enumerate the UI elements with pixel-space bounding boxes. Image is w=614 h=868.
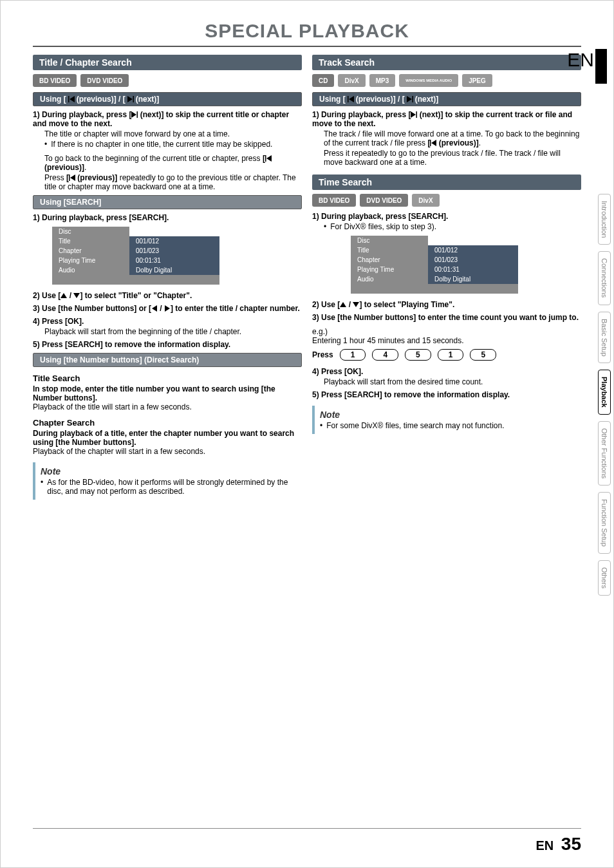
text: Playback of the title will start in a fe…	[33, 402, 302, 411]
prev-track-icon	[348, 96, 354, 102]
text: .	[479, 138, 481, 147]
step: 3) Use [the Number buttons] or [ / ] to …	[33, 304, 302, 313]
prev-track-icon	[68, 96, 75, 102]
text: 3) Use [the Number buttons] to enter the…	[312, 313, 579, 322]
badge-divx: DivX	[412, 194, 439, 207]
tab-others[interactable]: Others	[598, 560, 611, 596]
next-track-icon	[127, 96, 134, 102]
osd-value: 001/012	[428, 245, 518, 256]
subhead-title-search: Title Search	[33, 373, 302, 383]
text: For some DivX® files, time search may no…	[326, 421, 504, 430]
tab-connections[interactable]: Connections	[598, 251, 611, 305]
press-label: Press	[312, 350, 333, 359]
step: 1) During playback, press [SEARCH].	[33, 213, 302, 222]
step: 1) During playback, press [ (next)] to s…	[33, 110, 302, 191]
right-column: Track Search CD DivX MP3 WINDOWS MEDIA A…	[312, 55, 581, 500]
osd-label: Audio	[52, 265, 129, 275]
badge-dvd: DVD VIDEO	[80, 74, 129, 87]
step: 2) Use [ / ] to select "Title" or "Chapt…	[33, 291, 302, 300]
osd-display: Disc Title001/012 Chapter001/023 Playing…	[52, 226, 302, 285]
text: 1) During playback, press [	[312, 110, 411, 119]
badge-wma: WINDOWS MEDIA AUDIO	[399, 74, 458, 87]
note-title: Note	[41, 466, 297, 476]
section-track-search: Track Search	[312, 55, 581, 70]
osd-value: 00:01:31	[428, 265, 518, 274]
text: /	[67, 291, 73, 300]
tab-function-setup[interactable]: Function Setup	[598, 492, 611, 554]
next-track-icon	[131, 111, 138, 118]
osd-label: Playing Time	[52, 256, 129, 265]
osd-value	[129, 227, 219, 236]
osd-label: Disc	[351, 236, 428, 245]
media-badges: BD VIDEO DVD VIDEO	[33, 74, 302, 87]
text-line: To go back to the beginning of the curre…	[44, 154, 302, 172]
bullet: If there is no chapter in one title, the…	[44, 140, 302, 149]
text: /	[346, 300, 353, 309]
tab-playback[interactable]: Playback	[598, 370, 611, 415]
text: (previous)]	[44, 163, 84, 172]
prev-track-icon	[265, 155, 272, 162]
footer-rule	[33, 828, 581, 829]
text: For DivX® files, skip to step 3).	[330, 222, 436, 231]
badge-divx: DivX	[338, 74, 365, 87]
step: 4) Press [OK]. Playback will start from …	[33, 317, 302, 336]
media-badges: BD VIDEO DVD VIDEO DivX	[312, 194, 581, 207]
osd-value: 001/023	[129, 246, 219, 256]
text: Playback will start from the beginning o…	[44, 327, 302, 336]
badge-mp3: MP3	[369, 74, 396, 87]
next-track-icon	[407, 96, 413, 102]
right-icon	[164, 305, 171, 312]
text: (previous)]	[436, 138, 478, 147]
subbar-prev-next: Using [ (previous)] / [ (next)]	[33, 92, 302, 106]
note-bullet: As for the BD-video, how it performs wil…	[41, 478, 297, 496]
down-icon	[353, 301, 359, 308]
number-key: 4	[372, 349, 398, 361]
text: During playback of a title, enter the ch…	[33, 429, 302, 447]
osd-footer	[52, 275, 219, 285]
media-badges: CD DivX MP3 WINDOWS MEDIA AUDIO JPEG	[312, 74, 581, 87]
osd-value: Dolby Digital	[129, 265, 219, 275]
note-box: Note As for the BD-video, how it perform…	[33, 462, 302, 500]
tab-basic-setup[interactable]: Basic Setup	[598, 312, 611, 364]
osd-label: Playing Time	[351, 265, 428, 274]
osd-value: Dolby Digital	[428, 274, 518, 284]
text: (next)]	[415, 95, 439, 104]
text: Playback of the chapter will start in a …	[33, 447, 302, 456]
osd-label: Disc	[52, 227, 129, 236]
text: .	[84, 163, 86, 172]
number-key: 1	[340, 349, 366, 361]
step: 5) Press [SEARCH] to remove the informat…	[312, 390, 581, 399]
section-tabs: Introduction Connections Basic Setup Pla…	[598, 194, 611, 596]
text: To go back to the beginning of the curre…	[44, 154, 263, 163]
text: (next)]	[136, 95, 160, 104]
number-key: 5	[405, 349, 431, 361]
text: (previous)] / [	[356, 95, 405, 104]
text: ] to enter the title / chapter number.	[171, 304, 300, 313]
prev-track-icon	[430, 140, 436, 146]
tab-introduction[interactable]: Introduction	[598, 194, 611, 245]
text: /	[158, 304, 164, 313]
text: 3) Use [the Number buttons] or [	[33, 304, 151, 313]
text: 5) Press [SEARCH] to remove the informat…	[312, 390, 510, 399]
text: ] to select "Title" or "Chapter".	[80, 291, 192, 300]
tab-other-functions[interactable]: Other Functions	[598, 421, 611, 486]
title-rule	[33, 46, 581, 47]
osd-value: 001/012	[129, 236, 219, 247]
note-bullet: For some DivX® files, time search may no…	[320, 421, 576, 430]
osd-label: Title	[52, 236, 129, 247]
osd-label: Chapter	[52, 246, 129, 256]
number-key: 1	[438, 349, 464, 361]
language-marker: EN	[567, 49, 607, 84]
step: 5) Press [SEARCH] to remove the informat…	[33, 340, 302, 349]
badge-cd: CD	[312, 74, 334, 87]
text: Press	[44, 173, 66, 182]
down-icon	[73, 292, 80, 299]
text: 1) During playback, press [SEARCH].	[33, 213, 169, 222]
left-column: Title / Chapter Search BD VIDEO DVD VIDE…	[33, 55, 302, 500]
text-line: The track / file will move forward one a…	[324, 129, 581, 147]
osd-value: 00:01:31	[129, 256, 219, 265]
press-sequence: Press 1 4 5 1 5	[312, 349, 581, 361]
example-text: Entering 1 hour 45 minutes and 15 second…	[312, 336, 581, 345]
text: In stop mode, enter the title number you…	[33, 384, 302, 402]
subbar-prev-next: Using [ (previous)] / [ (next)]	[312, 92, 581, 106]
